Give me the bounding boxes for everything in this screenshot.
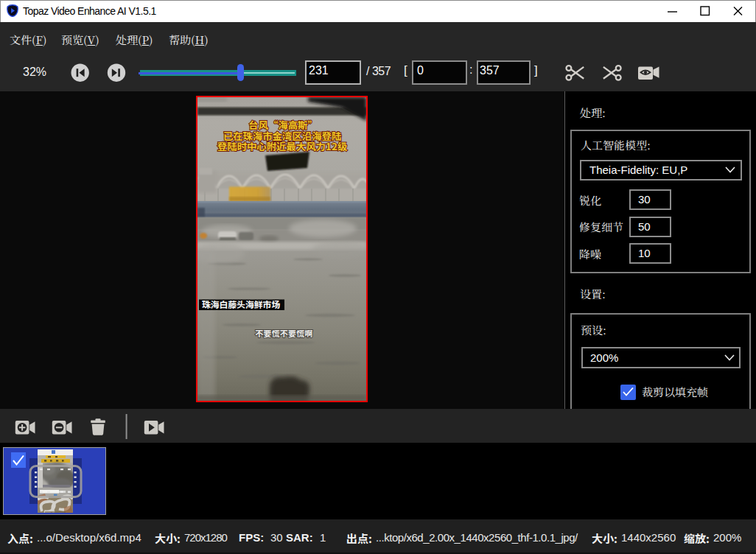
svg-text:登陆时中心附近最大风力12级: 登陆时中心附近最大风力12级	[217, 138, 348, 153]
svg-text:珠海白藤头海鲜市场: 珠海白藤头海鲜市场	[202, 298, 280, 310]
svg-text:不要慌不要慌啊: 不要慌不要慌啊	[255, 327, 312, 339]
